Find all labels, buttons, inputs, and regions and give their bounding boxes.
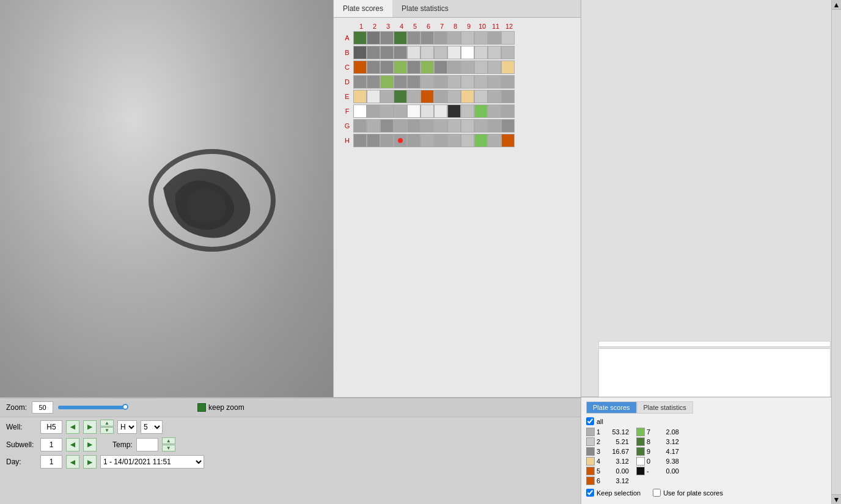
plate-cell-H6[interactable] <box>420 134 434 147</box>
plate-cell-C7[interactable] <box>434 60 447 74</box>
use-plate-scores-checkbox[interactable] <box>653 489 661 497</box>
plate-cell-G3[interactable] <box>380 119 394 133</box>
plate-cell-F12[interactable] <box>501 104 515 118</box>
plate-cell-H2[interactable] <box>367 134 380 147</box>
temp-input[interactable] <box>136 438 158 451</box>
plate-cell-D1[interactable] <box>353 75 367 89</box>
score-tab-plate-scores[interactable]: Plate scores <box>586 401 637 414</box>
plate-cell-A7[interactable] <box>434 31 447 45</box>
plate-cell-H4[interactable] <box>394 134 407 147</box>
plate-cell-C10[interactable] <box>474 60 488 74</box>
plate-cell-A1[interactable] <box>353 31 367 45</box>
plate-cell-C3[interactable] <box>380 60 394 74</box>
plate-cell-E5[interactable] <box>407 90 420 103</box>
plate-cell-B2[interactable] <box>367 46 380 59</box>
day-prev-btn[interactable]: ◀ <box>66 455 79 469</box>
plate-cell-H7[interactable] <box>434 134 447 147</box>
well-prev-btn[interactable]: ◀ <box>66 420 79 434</box>
well-next-btn[interactable]: ▶ <box>83 420 97 434</box>
plate-cell-E2[interactable] <box>367 90 380 103</box>
plate-cell-D6[interactable] <box>420 75 434 89</box>
plate-cell-B9[interactable] <box>461 46 474 59</box>
all-checkbox[interactable] <box>586 417 594 425</box>
plate-cell-F11[interactable] <box>488 104 501 118</box>
plate-cell-G12[interactable] <box>501 119 515 133</box>
score-tab-plate-statistics[interactable]: Plate statistics <box>637 401 693 414</box>
plate-cell-E8[interactable] <box>447 90 461 103</box>
plate-cell-B5[interactable] <box>407 46 420 59</box>
plate-cell-D4[interactable] <box>394 75 407 89</box>
well-up-btn[interactable]: ▲ <box>100 420 114 426</box>
image-notes[interactable] <box>598 348 831 397</box>
plate-cell-C4[interactable] <box>394 60 407 74</box>
day-range-select[interactable]: 1 - 14/01/2021 11:51 <box>100 455 204 469</box>
plate-cell-G8[interactable] <box>447 119 461 133</box>
plate-cell-A9[interactable] <box>461 31 474 45</box>
plate-cell-D5[interactable] <box>407 75 420 89</box>
plate-cell-F4[interactable] <box>394 104 407 118</box>
zoom-input[interactable] <box>32 401 53 414</box>
plate-cell-B10[interactable] <box>474 46 488 59</box>
scroll-track[interactable] <box>832 10 841 494</box>
plate-cell-B11[interactable] <box>488 46 501 59</box>
plate-cell-H1[interactable] <box>353 134 367 147</box>
plate-cell-A8[interactable] <box>447 31 461 45</box>
plate-cell-D12[interactable] <box>501 75 515 89</box>
subwell-next-btn[interactable]: ▶ <box>83 438 97 451</box>
plate-cell-E3[interactable] <box>380 90 394 103</box>
plate-cell-D10[interactable] <box>474 75 488 89</box>
plate-cell-G2[interactable] <box>367 119 380 133</box>
plate-cell-E10[interactable] <box>474 90 488 103</box>
plate-cell-G7[interactable] <box>434 119 447 133</box>
plate-cell-E12[interactable] <box>501 90 515 103</box>
plate-cell-E9[interactable] <box>461 90 474 103</box>
plate-cell-B7[interactable] <box>434 46 447 59</box>
plate-cell-C1[interactable] <box>353 60 367 74</box>
plate-cell-A10[interactable] <box>474 31 488 45</box>
temp-up-btn[interactable]: ▲ <box>162 437 175 444</box>
plate-cell-B12[interactable] <box>501 46 515 59</box>
plate-cell-A6[interactable] <box>420 31 434 45</box>
plate-cell-G1[interactable] <box>353 119 367 133</box>
plate-cell-A4[interactable] <box>394 31 407 45</box>
plate-cell-B6[interactable] <box>420 46 434 59</box>
well-col-select[interactable]: 512346789101112 <box>141 420 163 434</box>
well-row-select[interactable]: HABCDEFG <box>117 420 137 434</box>
plate-cell-G10[interactable] <box>474 119 488 133</box>
plate-cell-A2[interactable] <box>367 31 380 45</box>
plate-cell-H11[interactable] <box>488 134 501 147</box>
plate-cell-E1[interactable] <box>353 90 367 103</box>
plate-cell-D2[interactable] <box>367 75 380 89</box>
plate-cell-E11[interactable] <box>488 90 501 103</box>
plate-cell-H8[interactable] <box>447 134 461 147</box>
well-input[interactable] <box>40 420 62 434</box>
plate-cell-B3[interactable] <box>380 46 394 59</box>
plate-cell-F6[interactable] <box>420 104 434 118</box>
day-next-btn[interactable]: ▶ <box>83 455 97 469</box>
plate-cell-G6[interactable] <box>420 119 434 133</box>
plate-cell-C12[interactable] <box>501 60 515 74</box>
plate-cell-H12[interactable] <box>501 134 515 147</box>
plate-cell-B1[interactable] <box>353 46 367 59</box>
plate-cell-B8[interactable] <box>447 46 461 59</box>
plate-cell-C9[interactable] <box>461 60 474 74</box>
plate-cell-F7[interactable] <box>434 104 447 118</box>
tab-plate-statistics-top[interactable]: Plate statistics <box>392 0 458 17</box>
plate-cell-H3[interactable] <box>380 134 394 147</box>
scroll-down-btn[interactable]: ▼ <box>832 494 841 504</box>
plate-cell-F8[interactable] <box>447 104 461 118</box>
plate-cell-H5[interactable] <box>407 134 420 147</box>
plate-cell-A11[interactable] <box>488 31 501 45</box>
plate-cell-F5[interactable] <box>407 104 420 118</box>
temp-down-btn[interactable]: ▼ <box>162 445 175 451</box>
scroll-up-btn[interactable]: ▲ <box>832 0 841 10</box>
plate-cell-A5[interactable] <box>407 31 420 45</box>
day-input[interactable] <box>40 455 62 469</box>
plate-cell-E7[interactable] <box>434 90 447 103</box>
plate-cell-D8[interactable] <box>447 75 461 89</box>
plate-cell-G4[interactable] <box>394 119 407 133</box>
subwell-input[interactable] <box>40 438 62 451</box>
well-down-btn[interactable]: ▼ <box>100 427 114 434</box>
plate-cell-A3[interactable] <box>380 31 394 45</box>
plate-cell-G5[interactable] <box>407 119 420 133</box>
